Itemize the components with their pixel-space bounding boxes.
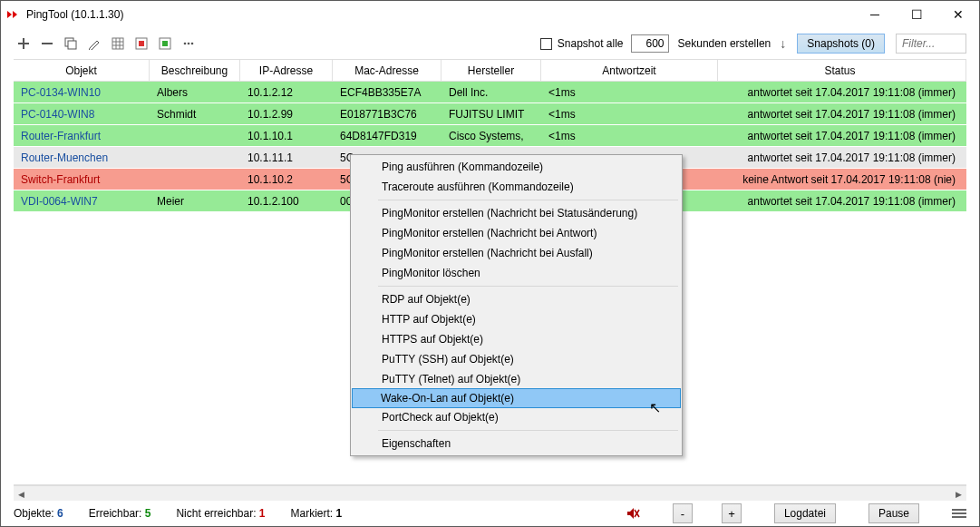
table-row[interactable]: PC-0134-WIN10Albers10.1.2.12ECF4BB335E7A… [14, 82, 966, 103]
svg-point-7 [184, 43, 187, 45]
status-nicht-erreichbar: Nicht erreichbar: 1 [176, 507, 265, 520]
mute-icon[interactable] [626, 506, 640, 521]
cell-rt: <1ms [541, 86, 718, 99]
cell-ip: 10.1.2.12 [240, 86, 333, 99]
snapshot-after-label: Sekunden erstellen [678, 37, 771, 50]
context-menu-separator [378, 200, 678, 200]
cell-desc: Meier [150, 195, 240, 208]
cell-rt: <1ms [541, 108, 718, 121]
context-menu-item[interactable]: RDP auf Objekt(e) [353, 289, 680, 309]
grid-icon[interactable] [108, 34, 128, 54]
cell-mfr: FUJITSU LIMIT [441, 108, 541, 121]
table-row[interactable]: Router-Frankfurt10.1.10.164D8147FD319Cis… [14, 125, 966, 147]
delete-icon[interactable] [37, 34, 57, 54]
more-icon[interactable] [179, 34, 199, 54]
cell-objekt: PC-0134-WIN10 [14, 86, 150, 99]
context-menu-item[interactable]: PingMonitor erstellen (Nachricht bei Ant… [353, 223, 680, 243]
context-menu: Ping ausführen (Kommandozeile)Traceroute… [350, 154, 683, 456]
cell-ip: 10.1.2.100 [240, 195, 333, 208]
status-markiert: Markiert: 1 [291, 507, 343, 520]
snapshot-check-label: Snapshot alle [558, 37, 624, 50]
cell-ip: 10.1.10.1 [240, 130, 333, 142]
edit-icon[interactable] [84, 34, 104, 54]
context-menu-separator [378, 430, 678, 431]
cell-mac: ECF4BB335E7A [333, 86, 441, 99]
cell-rt: <1ms [541, 130, 718, 142]
zoom-in-button[interactable]: + [722, 503, 742, 523]
col-hersteller[interactable]: Hersteller [441, 60, 541, 82]
snapshots-button[interactable]: Snapshots (0) [797, 34, 885, 54]
cell-status: antwortet seit 17.04.2017 19:11:08 (imme… [718, 151, 966, 164]
cell-desc: Schmidt [150, 108, 240, 121]
cell-ip: 10.1.10.2 [240, 173, 333, 186]
snapshot-checkbox-wrap[interactable]: Snapshot alle [540, 37, 624, 50]
cell-status: antwortet seit 17.04.2017 19:11:08 (imme… [718, 108, 966, 121]
svg-rect-1 [68, 41, 76, 49]
svg-point-9 [191, 43, 194, 45]
arrow-down-icon[interactable]: ↓ [780, 36, 786, 51]
context-menu-item[interactable]: PingMonitor löschen [353, 263, 680, 283]
cell-objekt: Router-Muenchen [14, 151, 150, 164]
cell-status: antwortet seit 17.04.2017 19:11:08 (imme… [718, 195, 966, 208]
table-header: Objekt Beschreibung IP-Adresse Mac-Adres… [14, 60, 966, 82]
context-menu-item[interactable]: HTTP auf Objekt(e) [353, 309, 680, 329]
stop-green-icon[interactable] [155, 34, 175, 54]
titlebar[interactable]: PingTool (10.1.1.30) ─ ☐ ✕ [1, 1, 979, 28]
context-menu-item[interactable]: Wake-On-Lan auf Objekt(e) [352, 388, 681, 408]
cell-status: antwortet seit 17.04.2017 19:11:08 (imme… [718, 86, 966, 99]
maximize-button[interactable]: ☐ [896, 1, 937, 28]
svg-rect-2 [112, 38, 123, 49]
cell-mfr: Cisco Systems, [441, 130, 541, 142]
context-menu-item[interactable]: HTTPS auf Objekt(e) [353, 329, 680, 349]
app-icon [6, 7, 21, 22]
cell-ip: 10.1.2.99 [240, 108, 333, 121]
window-title: PingTool (10.1.1.30) [26, 8, 854, 21]
col-status[interactable]: Status [718, 60, 966, 82]
svg-point-8 [188, 43, 190, 45]
svg-rect-6 [162, 41, 168, 46]
table-row[interactable]: PC-0140-WIN8Schmidt10.1.2.99E018771B3C76… [14, 103, 966, 125]
pause-button[interactable]: Pause [868, 503, 919, 523]
col-objekt[interactable]: Objekt [14, 60, 150, 82]
context-menu-separator [378, 286, 678, 287]
cell-ip: 10.1.11.1 [240, 151, 333, 164]
logdatei-button[interactable]: Logdatei [774, 503, 836, 523]
cell-mac: E018771B3C76 [333, 108, 441, 121]
statusbar: Objekte: 6 Erreichbar: 5 Nicht erreichba… [1, 501, 979, 526]
horizontal-scrollbar[interactable]: ◀ ▶ [14, 485, 966, 501]
cell-mac: 64D8147FD319 [333, 130, 441, 142]
context-menu-item[interactable]: Eigenschaften [353, 434, 680, 454]
col-beschreibung[interactable]: Beschreibung [150, 60, 240, 82]
col-mac[interactable]: Mac-Adresse [333, 60, 441, 82]
cell-objekt: VDI-0064-WIN7 [14, 195, 150, 208]
zoom-out-button[interactable]: - [673, 503, 693, 523]
status-objekte: Objekte: 6 [14, 507, 63, 520]
context-menu-item[interactable]: PingMonitor erstellen (Nachricht bei Sta… [353, 203, 680, 223]
add-icon[interactable] [14, 34, 34, 54]
cell-objekt: PC-0140-WIN8 [14, 108, 150, 121]
snapshot-checkbox[interactable] [540, 38, 552, 50]
snapshot-interval-input[interactable] [631, 34, 669, 53]
svg-rect-4 [139, 41, 144, 46]
context-menu-item[interactable]: PuTTY (SSH) auf Objekt(e) [353, 349, 680, 369]
filter-input[interactable] [896, 34, 966, 54]
close-button[interactable]: ✕ [937, 1, 979, 28]
cell-objekt: Router-Frankfurt [14, 130, 150, 142]
menu-icon[interactable] [952, 509, 966, 518]
cell-objekt: Switch-Frankfurt [14, 173, 150, 186]
status-erreichbar: Erreichbar: 5 [89, 507, 151, 520]
context-menu-item[interactable]: Ping ausführen (Kommandozeile) [353, 157, 680, 177]
context-menu-item[interactable]: PortCheck auf Objekt(e) [353, 407, 680, 427]
col-antwortzeit[interactable]: Antwortzeit [541, 60, 718, 82]
context-menu-item[interactable]: PuTTY (Telnet) auf Objekt(e) [353, 369, 680, 389]
scroll-left-icon[interactable]: ◀ [14, 486, 29, 502]
col-ip[interactable]: IP-Adresse [240, 60, 333, 82]
cell-mfr: Dell Inc. [441, 86, 541, 99]
copy-icon[interactable] [61, 34, 81, 54]
minimize-button[interactable]: ─ [854, 1, 896, 28]
stop-red-icon[interactable] [131, 34, 151, 54]
context-menu-item[interactable]: Traceroute ausführen (Kommandozeile) [353, 177, 680, 197]
cell-desc: Albers [150, 86, 240, 99]
context-menu-item[interactable]: PingMonitor erstellen (Nachricht bei Aus… [353, 243, 680, 263]
scroll-right-icon[interactable]: ▶ [951, 486, 966, 502]
